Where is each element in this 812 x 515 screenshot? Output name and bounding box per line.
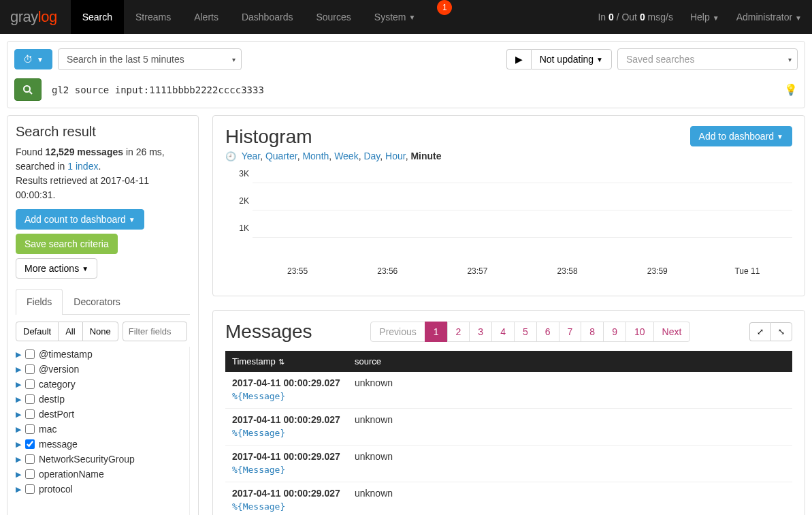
add-to-dashboard-button[interactable]: Add to dashboard▼ [690, 126, 792, 146]
play-button[interactable]: ▶ [506, 49, 531, 69]
msg-body[interactable]: %{Message} [225, 465, 792, 482]
page-5[interactable]: 5 [514, 322, 537, 342]
expand-field-icon[interactable]: ▶ [16, 470, 21, 479]
expand-field-icon[interactable]: ▶ [16, 455, 21, 464]
granularity-month[interactable]: Month [302, 151, 329, 161]
nav-help[interactable]: Help▼ [690, 12, 719, 22]
clock-icon: 🕘 [225, 151, 236, 161]
x-tick: Tue 11 [702, 266, 792, 279]
page-9[interactable]: 9 [603, 322, 626, 342]
expand-field-icon[interactable]: ▶ [16, 485, 21, 494]
field-checkbox[interactable] [25, 394, 35, 404]
granularity-quarter[interactable]: Quarter [265, 151, 297, 161]
tab-fields[interactable]: Fields [16, 289, 63, 315]
field-checkbox[interactable] [25, 409, 35, 419]
msg-body[interactable]: %{Message} [225, 428, 792, 446]
field-checkbox[interactable] [25, 484, 35, 494]
page-3[interactable]: 3 [469, 322, 492, 342]
field-name[interactable]: operationName [39, 469, 104, 480]
field-name[interactable]: @timestamp [39, 349, 93, 360]
msg-body[interactable]: %{Message} [225, 501, 792, 515]
collapse-all-button[interactable]: ⤡ [770, 322, 792, 341]
table-row[interactable]: 2017-04-11 00:00:29.027unknown [225, 372, 792, 391]
update-interval-label: Not updating [540, 54, 594, 65]
time-range-select[interactable]: Search in the last 5 minutes▾ [58, 48, 242, 70]
field-name[interactable]: NetworkSecurityGroup [39, 454, 135, 465]
page-1[interactable]: 1 [425, 322, 448, 342]
nav-search[interactable]: Search [71, 0, 124, 34]
sort-icon: ⇅ [278, 358, 285, 366]
field-name[interactable]: destPort [39, 409, 74, 420]
filter-none-button[interactable]: None [82, 322, 118, 341]
saved-searches-select[interactable]: Saved searches▾ [617, 48, 798, 70]
filter-default-button[interactable]: Default [16, 322, 59, 341]
save-criteria-button[interactable]: Save search criteria [16, 234, 118, 254]
expand-field-icon[interactable]: ▶ [16, 440, 21, 449]
add-count-button[interactable]: Add count to dashboard▼ [16, 209, 144, 230]
page-next[interactable]: Next [653, 322, 691, 342]
granularity-year[interactable]: Year [242, 151, 261, 161]
tab-decorators[interactable]: Decorators [63, 289, 131, 314]
expand-field-icon[interactable]: ▶ [16, 425, 21, 434]
table-row[interactable]: 2017-04-11 00:00:29.027unknown [225, 446, 792, 465]
y-tick: 3K [239, 169, 249, 178]
granularity-day[interactable]: Day [363, 151, 380, 161]
nav-items: Search Streams Alerts Dashboards Sources… [71, 0, 598, 34]
expand-field-icon[interactable]: ▶ [16, 365, 21, 374]
update-interval-button[interactable]: Not updating▼ [531, 49, 612, 69]
field-checkbox[interactable] [25, 469, 35, 479]
field-name[interactable]: destIp [39, 394, 65, 405]
page-10[interactable]: 10 [626, 322, 654, 342]
filter-fields-input[interactable] [123, 322, 187, 341]
nav-dashboards[interactable]: Dashboards [230, 0, 305, 34]
time-config-button[interactable]: ⏱▼ [14, 49, 52, 69]
nav-system[interactable]: System▼ [363, 0, 427, 34]
messages-title: Messages [225, 321, 312, 343]
page-prev[interactable]: Previous [370, 322, 425, 342]
field-checkbox[interactable] [25, 379, 35, 389]
page-4[interactable]: 4 [491, 322, 515, 342]
page-2[interactable]: 2 [447, 322, 470, 342]
table-row[interactable]: 2017-04-11 00:00:29.027unknown [225, 409, 792, 428]
nav-streams[interactable]: Streams [124, 0, 182, 34]
page-7[interactable]: 7 [559, 322, 582, 342]
granularity-hour[interactable]: Hour [385, 151, 406, 161]
brand-logo[interactable]: graylog [10, 8, 57, 26]
field-name[interactable]: category [39, 379, 76, 390]
field-checkbox[interactable] [25, 349, 35, 359]
page-8[interactable]: 8 [581, 322, 604, 342]
expand-field-icon[interactable]: ▶ [16, 395, 21, 404]
hint-icon[interactable]: 💡 [784, 83, 798, 96]
col-timestamp[interactable]: Timestamp⇅ [225, 351, 348, 372]
field-checkbox[interactable] [25, 424, 35, 434]
field-name[interactable]: mac [39, 424, 56, 435]
nav-alerts[interactable]: Alerts [182, 0, 230, 34]
index-link[interactable]: 1 index [67, 161, 98, 172]
msg-timestamp: 2017-04-11 00:00:29.027 [225, 446, 348, 465]
expand-field-icon[interactable]: ▶ [16, 350, 21, 359]
expand-all-button[interactable]: ⤢ [749, 322, 770, 341]
field-checkbox[interactable] [25, 454, 35, 464]
field-name[interactable]: @version [39, 364, 79, 375]
more-actions-button[interactable]: More actions▼ [16, 258, 97, 279]
nav-sources[interactable]: Sources [304, 0, 362, 34]
page-6[interactable]: 6 [536, 322, 559, 342]
search-query-input[interactable] [52, 84, 774, 95]
filter-all-button[interactable]: All [59, 322, 82, 341]
col-source[interactable]: source [348, 351, 792, 372]
granularity-minute[interactable]: Minute [410, 151, 441, 161]
expand-field-icon[interactable]: ▶ [16, 380, 21, 389]
field-checkbox[interactable] [25, 439, 35, 449]
field-name[interactable]: message [39, 439, 78, 450]
search-button[interactable] [14, 78, 42, 101]
msg-body[interactable]: %{Message} [225, 391, 792, 409]
nav-admin[interactable]: Administrator▼ [736, 12, 802, 22]
fields-list[interactable]: ▶ @timestamp▶ @version▶ category▶ destIp… [16, 347, 190, 515]
expand-field-icon[interactable]: ▶ [16, 410, 21, 419]
caret-icon: ▼ [129, 216, 135, 223]
granularity-week[interactable]: Week [334, 151, 359, 161]
field-checkbox[interactable] [25, 364, 35, 374]
table-row[interactable]: 2017-04-11 00:00:29.027unknown [225, 482, 792, 502]
notification-badge[interactable]: 1 [437, 0, 452, 15]
field-name[interactable]: protocol [39, 484, 73, 495]
